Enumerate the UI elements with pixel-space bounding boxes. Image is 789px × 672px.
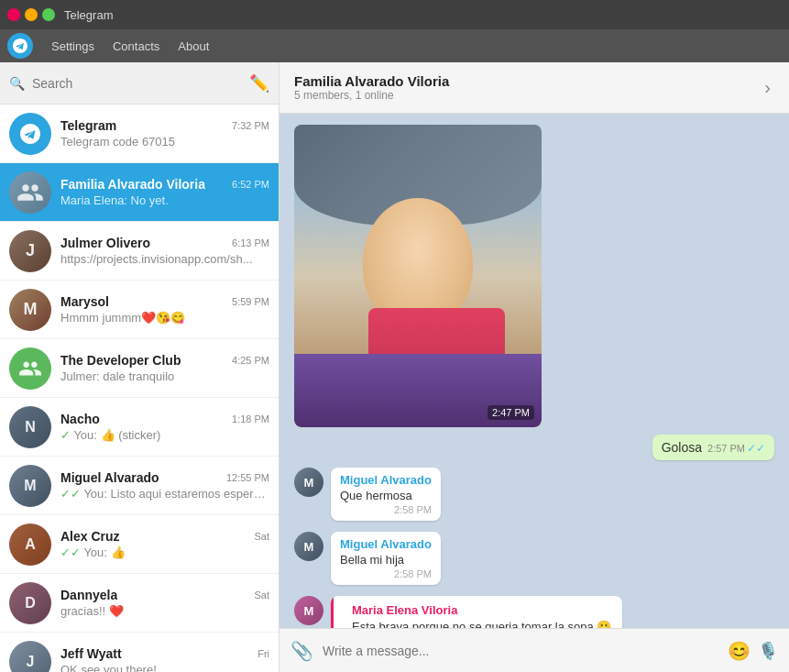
avatar-miguel: M: [9, 465, 51, 507]
chat-item-developer[interactable]: The Developer Club 4:25 PM Julmer: dale …: [0, 339, 279, 398]
chat-item-familia[interactable]: Familia Alvarado Viloria 6:52 PM Maria E…: [0, 163, 279, 222]
maria-message: M Maria Elena Viloria Esta brava porque …: [294, 596, 707, 628]
sidebar: 🔍 ✏️ Telegram 7:32 PM Telegram code 6: [0, 62, 279, 672]
chat-preview-telegram: Telegram code 67015: [60, 135, 269, 149]
chat-item-miguel[interactable]: M Miguel Alvarado 12:55 PM ✓✓ You: Listo…: [0, 457, 279, 515]
chat-header-bar: Familia Alvarado Viloria 5 members, 1 on…: [279, 62, 789, 114]
reply-avatar-miguel-1: M: [294, 468, 323, 497]
search-input[interactable]: [32, 76, 242, 91]
avatar-familia: [9, 171, 51, 214]
chat-info-dannyela: Dannyela Sat gracias!! ❤️: [60, 588, 269, 618]
chat-name-miguel: Miguel Alvarado: [60, 470, 159, 485]
maximize-button[interactable]: [42, 8, 55, 21]
chat-preview-familia: Maria Elena: No yet.: [60, 193, 269, 207]
outgoing-time: 2:57 PM: [707, 443, 745, 454]
more-options-button[interactable]: ›: [761, 73, 774, 102]
chat-info-familia: Familia Alvarado Viloria 6:52 PM Maria E…: [60, 177, 269, 207]
chat-preview-developer: Julmer: dale tranquilo: [60, 369, 269, 383]
chat-list: Telegram 7:32 PM Telegram code 67015 Fam…: [0, 105, 279, 672]
chat-time-marysol: 5:59 PM: [232, 296, 269, 307]
avatar-marysol: M: [9, 289, 51, 331]
chat-item-julmer[interactable]: J Julmer Olivero 6:13 PM https://project…: [0, 222, 279, 281]
title-bar: Telegram: [0, 0, 789, 29]
chat-time-developer: 4:25 PM: [232, 355, 269, 366]
chat-preview-alex: ✓✓ You: 👍: [60, 545, 269, 559]
chat-preview-nacho: ✓ You: 👍 (sticker): [60, 428, 269, 442]
chat-time-telegram: 7:32 PM: [232, 120, 269, 131]
image-time: 2:47 PM: [488, 405, 534, 420]
chat-info-marysol: Marysol 5:59 PM Hmmm jummm❤️😘😋: [60, 294, 269, 325]
telegram-logo: [7, 33, 33, 59]
reply-sender-1: Miguel Alvarado: [340, 473, 432, 487]
chat-time-nacho: 1:18 PM: [232, 413, 269, 424]
close-button[interactable]: [7, 8, 20, 21]
chat-area: Familia Alvarado Viloria 5 members, 1 on…: [279, 62, 789, 672]
avatar-alex: A: [9, 523, 51, 566]
avatar-nacho: N: [9, 406, 51, 448]
chat-name-telegram: Telegram: [60, 118, 116, 133]
reply-bubble-2: Miguel Alvarado Bella mi hija 2:58 PM: [331, 532, 441, 585]
chat-header-julmer: Julmer Olivero 6:13 PM: [60, 236, 269, 250]
maria-text: Esta brava porque no se queria tomar la …: [352, 620, 611, 628]
chat-name-alex: Alex Cruz: [60, 529, 120, 544]
chat-info-jeff: Jeff Wyatt Fri OK see you there!: [60, 646, 269, 672]
reply-message-2: M Miguel Alvarado Bella mi hija 2:58 PM: [294, 532, 707, 585]
chat-header-jeff: Jeff Wyatt Fri: [60, 646, 269, 661]
chat-item-marysol[interactable]: M Marysol 5:59 PM Hmmm jummm❤️😘😋: [0, 281, 279, 339]
chat-header-dannyela: Dannyela Sat: [60, 588, 269, 602]
chat-time-alex: Sat: [254, 531, 269, 542]
chat-item-nacho[interactable]: N Nacho 1:18 PM ✓ You: 👍 (sticker): [0, 398, 279, 457]
reply-text-1: Que hermosa: [340, 489, 432, 502]
reply-avatar-maria: M: [294, 596, 323, 625]
chat-header-familia: Familia Alvarado Viloria 6:52 PM: [60, 177, 269, 192]
menu-about[interactable]: About: [169, 36, 218, 57]
microphone-button[interactable]: 🎙️: [758, 641, 778, 661]
chat-name-jeff: Jeff Wyatt: [60, 646, 122, 661]
reply-text-2: Bella mi hija: [340, 553, 432, 567]
chat-info-alex: Alex Cruz Sat ✓✓ You: 👍: [60, 529, 269, 559]
avatar-telegram: [9, 113, 51, 155]
chat-preview-marysol: Hmmm jummm❤️😘😋: [60, 311, 269, 325]
input-area: 📎 😊 🎙️: [279, 628, 789, 672]
chat-name-familia: Familia Alvarado Viloria: [60, 177, 205, 192]
chat-time-miguel: 12:55 PM: [226, 472, 269, 483]
reply-bubble-1: Miguel Alvarado Que hermosa 2:58 PM: [331, 468, 441, 521]
chat-info-miguel: Miguel Alvarado 12:55 PM ✓✓ You: Listo a…: [60, 470, 269, 501]
reply-message-1: M Miguel Alvarado Que hermosa 2:58 PM: [294, 468, 707, 521]
reply-sender-2: Miguel Alvarado: [340, 537, 432, 551]
chat-item-dannyela[interactable]: D Dannyela Sat gracias!! ❤️: [0, 574, 279, 633]
maria-sender: Maria Elena Viloria: [352, 603, 611, 617]
chat-preview-miguel: ✓✓ You: Listo aqui estaremos esperando: [60, 487, 269, 501]
chat-info-julmer: Julmer Olivero 6:13 PM https://projects.…: [60, 236, 269, 266]
avatar-jeff: J: [9, 641, 51, 673]
chat-name-julmer: Julmer Olivero: [60, 236, 150, 250]
photo-bubble: 2:47 PM: [294, 125, 542, 427]
window-controls[interactable]: [7, 8, 55, 21]
message-input[interactable]: [323, 644, 720, 658]
double-check-icon: ✓✓: [747, 442, 765, 455]
chat-item-alex[interactable]: A Alex Cruz Sat ✓✓ You: 👍: [0, 515, 279, 574]
image-message: 2:47 PM: [294, 125, 542, 427]
chat-time-dannyela: Sat: [254, 589, 269, 600]
outgoing-message: Golosa 2:57 PM ✓✓: [652, 435, 774, 460]
menu-settings[interactable]: Settings: [42, 36, 104, 57]
menu-contacts[interactable]: Contacts: [104, 36, 169, 57]
chat-header-developer: The Developer Club 4:25 PM: [60, 353, 269, 368]
minimize-button[interactable]: [25, 8, 38, 21]
chat-header-name: Familia Alvarado Viloria: [294, 73, 761, 89]
emoji-button[interactable]: 😊: [728, 640, 751, 662]
chat-info-telegram: Telegram 7:32 PM Telegram code 67015: [60, 118, 269, 149]
chat-item-telegram[interactable]: Telegram 7:32 PM Telegram code 67015: [0, 105, 279, 163]
chat-header-miguel: Miguel Alvarado 12:55 PM: [60, 470, 269, 485]
chat-preview-dannyela: gracias!! ❤️: [60, 604, 269, 618]
outgoing-meta: 2:57 PM ✓✓: [707, 442, 765, 455]
messages-area: 2:47 PM Golosa 2:57 PM ✓✓ M Miguel Alvar…: [279, 114, 789, 628]
chat-header-marysol: Marysol 5:59 PM: [60, 294, 269, 309]
chat-item-jeff[interactable]: J Jeff Wyatt Fri OK see you there!: [0, 633, 279, 672]
chat-header-telegram: Telegram 7:32 PM: [60, 118, 269, 133]
compose-button[interactable]: ✏️: [249, 73, 269, 94]
chat-info-developer: The Developer Club 4:25 PM Julmer: dale …: [60, 353, 269, 383]
chat-header-info: Familia Alvarado Viloria 5 members, 1 on…: [294, 73, 761, 102]
avatar-julmer: J: [9, 230, 51, 272]
attach-button[interactable]: 📎: [290, 640, 313, 662]
